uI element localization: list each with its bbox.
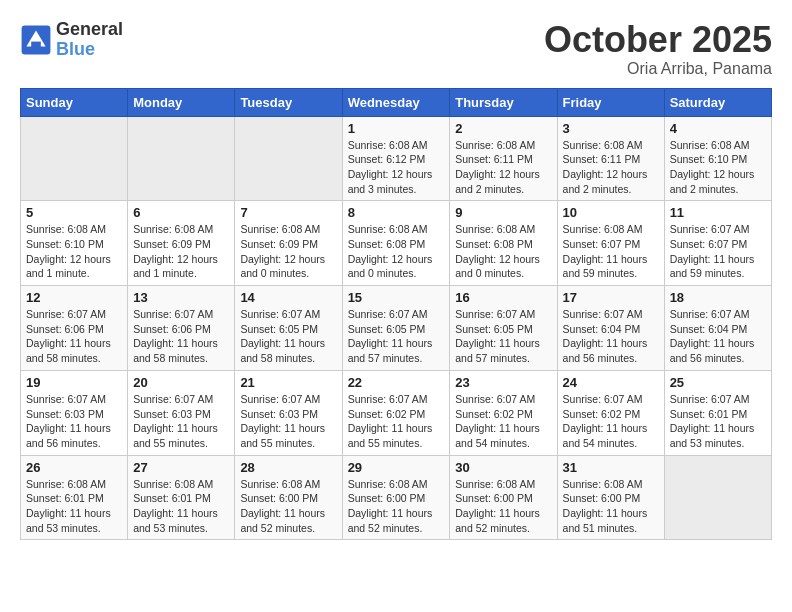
calendar-cell: 30Sunrise: 6:08 AM Sunset: 6:00 PM Dayli… bbox=[450, 455, 557, 540]
calendar-cell: 19Sunrise: 6:07 AM Sunset: 6:03 PM Dayli… bbox=[21, 370, 128, 455]
day-info: Sunrise: 6:07 AM Sunset: 6:05 PM Dayligh… bbox=[348, 307, 445, 366]
day-number: 1 bbox=[348, 121, 445, 136]
day-info: Sunrise: 6:07 AM Sunset: 6:03 PM Dayligh… bbox=[133, 392, 229, 451]
day-number: 2 bbox=[455, 121, 551, 136]
calendar-cell: 20Sunrise: 6:07 AM Sunset: 6:03 PM Dayli… bbox=[128, 370, 235, 455]
calendar-cell: 6Sunrise: 6:08 AM Sunset: 6:09 PM Daylig… bbox=[128, 201, 235, 286]
day-info: Sunrise: 6:08 AM Sunset: 6:11 PM Dayligh… bbox=[455, 138, 551, 197]
calendar-week-2: 5Sunrise: 6:08 AM Sunset: 6:10 PM Daylig… bbox=[21, 201, 772, 286]
day-info: Sunrise: 6:08 AM Sunset: 6:00 PM Dayligh… bbox=[240, 477, 336, 536]
calendar-cell bbox=[21, 116, 128, 201]
day-number: 5 bbox=[26, 205, 122, 220]
weekday-header-friday: Friday bbox=[557, 88, 664, 116]
calendar-cell: 2Sunrise: 6:08 AM Sunset: 6:11 PM Daylig… bbox=[450, 116, 557, 201]
calendar-cell: 5Sunrise: 6:08 AM Sunset: 6:10 PM Daylig… bbox=[21, 201, 128, 286]
weekday-header-sunday: Sunday bbox=[21, 88, 128, 116]
calendar-cell: 23Sunrise: 6:07 AM Sunset: 6:02 PM Dayli… bbox=[450, 370, 557, 455]
calendar-cell: 1Sunrise: 6:08 AM Sunset: 6:12 PM Daylig… bbox=[342, 116, 450, 201]
day-info: Sunrise: 6:07 AM Sunset: 6:05 PM Dayligh… bbox=[455, 307, 551, 366]
calendar-cell bbox=[664, 455, 771, 540]
day-number: 31 bbox=[563, 460, 659, 475]
calendar-cell: 24Sunrise: 6:07 AM Sunset: 6:02 PM Dayli… bbox=[557, 370, 664, 455]
day-info: Sunrise: 6:08 AM Sunset: 6:00 PM Dayligh… bbox=[563, 477, 659, 536]
calendar-cell: 8Sunrise: 6:08 AM Sunset: 6:08 PM Daylig… bbox=[342, 201, 450, 286]
calendar-cell: 3Sunrise: 6:08 AM Sunset: 6:11 PM Daylig… bbox=[557, 116, 664, 201]
weekday-header-wednesday: Wednesday bbox=[342, 88, 450, 116]
day-info: Sunrise: 6:08 AM Sunset: 6:10 PM Dayligh… bbox=[670, 138, 766, 197]
day-number: 25 bbox=[670, 375, 766, 390]
day-number: 11 bbox=[670, 205, 766, 220]
calendar-cell: 22Sunrise: 6:07 AM Sunset: 6:02 PM Dayli… bbox=[342, 370, 450, 455]
calendar-cell: 25Sunrise: 6:07 AM Sunset: 6:01 PM Dayli… bbox=[664, 370, 771, 455]
calendar-cell: 12Sunrise: 6:07 AM Sunset: 6:06 PM Dayli… bbox=[21, 286, 128, 371]
day-number: 12 bbox=[26, 290, 122, 305]
calendar-week-5: 26Sunrise: 6:08 AM Sunset: 6:01 PM Dayli… bbox=[21, 455, 772, 540]
calendar-cell: 10Sunrise: 6:08 AM Sunset: 6:07 PM Dayli… bbox=[557, 201, 664, 286]
day-info: Sunrise: 6:08 AM Sunset: 6:09 PM Dayligh… bbox=[133, 222, 229, 281]
calendar-cell: 4Sunrise: 6:08 AM Sunset: 6:10 PM Daylig… bbox=[664, 116, 771, 201]
calendar-cell: 26Sunrise: 6:08 AM Sunset: 6:01 PM Dayli… bbox=[21, 455, 128, 540]
weekday-header-thursday: Thursday bbox=[450, 88, 557, 116]
day-info: Sunrise: 6:08 AM Sunset: 6:07 PM Dayligh… bbox=[563, 222, 659, 281]
day-number: 24 bbox=[563, 375, 659, 390]
day-number: 19 bbox=[26, 375, 122, 390]
title-block: October 2025 Oria Arriba, Panama bbox=[544, 20, 772, 78]
day-info: Sunrise: 6:08 AM Sunset: 6:00 PM Dayligh… bbox=[348, 477, 445, 536]
day-number: 23 bbox=[455, 375, 551, 390]
calendar-cell: 11Sunrise: 6:07 AM Sunset: 6:07 PM Dayli… bbox=[664, 201, 771, 286]
calendar-cell: 13Sunrise: 6:07 AM Sunset: 6:06 PM Dayli… bbox=[128, 286, 235, 371]
month-title: October 2025 bbox=[544, 20, 772, 60]
calendar-cell: 17Sunrise: 6:07 AM Sunset: 6:04 PM Dayli… bbox=[557, 286, 664, 371]
calendar-cell: 29Sunrise: 6:08 AM Sunset: 6:00 PM Dayli… bbox=[342, 455, 450, 540]
day-info: Sunrise: 6:08 AM Sunset: 6:11 PM Dayligh… bbox=[563, 138, 659, 197]
weekday-header-monday: Monday bbox=[128, 88, 235, 116]
day-number: 26 bbox=[26, 460, 122, 475]
calendar-week-3: 12Sunrise: 6:07 AM Sunset: 6:06 PM Dayli… bbox=[21, 286, 772, 371]
day-number: 14 bbox=[240, 290, 336, 305]
day-info: Sunrise: 6:08 AM Sunset: 6:01 PM Dayligh… bbox=[133, 477, 229, 536]
calendar-cell: 9Sunrise: 6:08 AM Sunset: 6:08 PM Daylig… bbox=[450, 201, 557, 286]
day-number: 6 bbox=[133, 205, 229, 220]
page-header: General Blue October 2025 Oria Arriba, P… bbox=[20, 20, 772, 78]
day-info: Sunrise: 6:07 AM Sunset: 6:07 PM Dayligh… bbox=[670, 222, 766, 281]
day-number: 22 bbox=[348, 375, 445, 390]
day-number: 4 bbox=[670, 121, 766, 136]
day-number: 10 bbox=[563, 205, 659, 220]
day-number: 15 bbox=[348, 290, 445, 305]
day-number: 9 bbox=[455, 205, 551, 220]
calendar-cell: 7Sunrise: 6:08 AM Sunset: 6:09 PM Daylig… bbox=[235, 201, 342, 286]
day-info: Sunrise: 6:07 AM Sunset: 6:06 PM Dayligh… bbox=[26, 307, 122, 366]
calendar-cell bbox=[128, 116, 235, 201]
day-info: Sunrise: 6:08 AM Sunset: 6:09 PM Dayligh… bbox=[240, 222, 336, 281]
calendar-table: SundayMondayTuesdayWednesdayThursdayFrid… bbox=[20, 88, 772, 541]
day-info: Sunrise: 6:08 AM Sunset: 6:01 PM Dayligh… bbox=[26, 477, 122, 536]
day-info: Sunrise: 6:07 AM Sunset: 6:02 PM Dayligh… bbox=[455, 392, 551, 451]
calendar-cell: 15Sunrise: 6:07 AM Sunset: 6:05 PM Dayli… bbox=[342, 286, 450, 371]
calendar-week-4: 19Sunrise: 6:07 AM Sunset: 6:03 PM Dayli… bbox=[21, 370, 772, 455]
logo-line2: Blue bbox=[56, 40, 123, 60]
day-info: Sunrise: 6:07 AM Sunset: 6:04 PM Dayligh… bbox=[563, 307, 659, 366]
day-info: Sunrise: 6:07 AM Sunset: 6:06 PM Dayligh… bbox=[133, 307, 229, 366]
day-info: Sunrise: 6:08 AM Sunset: 6:00 PM Dayligh… bbox=[455, 477, 551, 536]
day-info: Sunrise: 6:08 AM Sunset: 6:12 PM Dayligh… bbox=[348, 138, 445, 197]
calendar-cell: 21Sunrise: 6:07 AM Sunset: 6:03 PM Dayli… bbox=[235, 370, 342, 455]
day-info: Sunrise: 6:08 AM Sunset: 6:10 PM Dayligh… bbox=[26, 222, 122, 281]
day-info: Sunrise: 6:08 AM Sunset: 6:08 PM Dayligh… bbox=[455, 222, 551, 281]
day-info: Sunrise: 6:07 AM Sunset: 6:03 PM Dayligh… bbox=[26, 392, 122, 451]
calendar-cell: 18Sunrise: 6:07 AM Sunset: 6:04 PM Dayli… bbox=[664, 286, 771, 371]
calendar-cell: 27Sunrise: 6:08 AM Sunset: 6:01 PM Dayli… bbox=[128, 455, 235, 540]
day-number: 18 bbox=[670, 290, 766, 305]
logo: General Blue bbox=[20, 20, 123, 60]
calendar-cell: 14Sunrise: 6:07 AM Sunset: 6:05 PM Dayli… bbox=[235, 286, 342, 371]
day-number: 30 bbox=[455, 460, 551, 475]
day-number: 28 bbox=[240, 460, 336, 475]
day-info: Sunrise: 6:07 AM Sunset: 6:02 PM Dayligh… bbox=[348, 392, 445, 451]
calendar-cell bbox=[235, 116, 342, 201]
day-info: Sunrise: 6:08 AM Sunset: 6:08 PM Dayligh… bbox=[348, 222, 445, 281]
logo-icon bbox=[20, 24, 52, 56]
day-number: 8 bbox=[348, 205, 445, 220]
day-info: Sunrise: 6:07 AM Sunset: 6:05 PM Dayligh… bbox=[240, 307, 336, 366]
day-number: 16 bbox=[455, 290, 551, 305]
day-info: Sunrise: 6:07 AM Sunset: 6:03 PM Dayligh… bbox=[240, 392, 336, 451]
calendar-cell: 31Sunrise: 6:08 AM Sunset: 6:00 PM Dayli… bbox=[557, 455, 664, 540]
